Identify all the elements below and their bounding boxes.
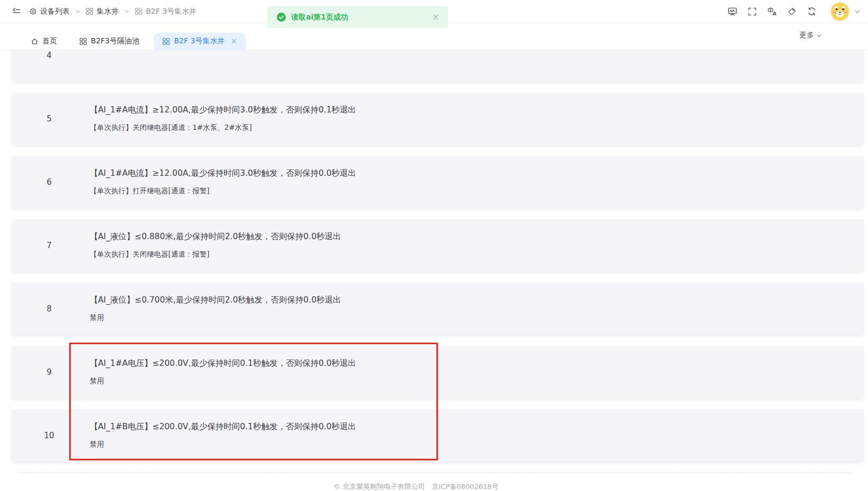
success-toast: 读取ai第1页成功 × — [267, 6, 448, 28]
breadcrumb-label: 设备列表 — [40, 7, 70, 16]
gear-icon — [29, 7, 37, 15]
page-footer: © 北京聚英翱翔电子有限公司 京ICP备08002618号 — [17, 473, 851, 491]
tab-home[interactable]: 首页 — [23, 33, 64, 50]
rule-number: 10 — [12, 409, 87, 462]
tab-label: B2F 3号集水井 — [174, 36, 225, 46]
breadcrumb-separator: > — [124, 8, 129, 15]
rule-row-4[interactable]: 4 【单次执行】打开继电器[通道：报警] — [12, 50, 864, 82]
translate-icon[interactable]: A — [767, 6, 777, 16]
rule-condition: 【AI_1#A电流】≥12.00A,最少保持时间3.0秒触发，否则保持0.0秒退… — [90, 165, 858, 182]
tag-icon[interactable] — [787, 7, 797, 16]
rules-list-panel: 4 【单次执行】打开继电器[通道：报警] 5 【AI_1#A电流】≥12.00A… — [0, 50, 868, 491]
user-avatar[interactable] — [830, 2, 850, 22]
rule-number: 9 — [12, 346, 87, 399]
appstore-grid-icon — [135, 7, 143, 15]
rule-number: 4 — [12, 50, 87, 82]
rule-condition: 【AI_1#A电流】≥12.00A,最少保持时间3.0秒触发，否则保持0.1秒退… — [90, 101, 858, 119]
breadcrumb-item-current-device[interactable]: B2F 3号集水井 — [135, 7, 197, 16]
rule-condition: 【AI_液位】≤0.880米,最少保持时间2.0秒触发，否则保持0.0秒退出 — [90, 228, 858, 246]
breadcrumb-item-sump-well[interactable]: 集水井 — [86, 7, 119, 16]
rule-action: 禁用 — [90, 372, 858, 390]
home-icon — [31, 37, 39, 45]
rule-number: 8 — [12, 282, 87, 335]
toast-message: 读取ai第1页成功 — [291, 13, 432, 22]
rule-action: 【单次执行】关闭继电器[通道：报警] — [90, 246, 858, 263]
rule-action: 【单次执行】关闭继电器[通道：1#水泵、2#水泵] — [90, 119, 858, 136]
tab-b2f3-sump-well-active[interactable]: B2F 3号集水井 × — [154, 33, 246, 50]
rule-row-9[interactable]: 9 【AI_1#A电压】≤200.0V,最少保持时间0.1秒触发，否则保持0.0… — [12, 346, 864, 399]
appstore-grid-icon — [86, 7, 94, 15]
rule-row-5[interactable]: 5 【AI_1#A电流】≥12.00A,最少保持时间3.0秒触发，否则保持0.1… — [12, 92, 864, 145]
tabs-more-button[interactable]: 更多 — [799, 31, 822, 40]
tab-b2f3-grease-trap[interactable]: B2F3号隔油池 — [72, 33, 146, 50]
rules-list: 4 【单次执行】打开继电器[通道：报警] 5 【AI_1#A电流】≥12.00A… — [12, 50, 864, 462]
fullscreen-icon[interactable] — [748, 7, 757, 16]
svg-text:A: A — [772, 11, 777, 16]
breadcrumb-separator: > — [75, 8, 80, 15]
tab-label: B2F3号隔油池 — [91, 36, 139, 46]
rule-condition: 【AI_1#A电压】≤200.0V,最少保持时间0.1秒触发，否则保持0.0秒退… — [90, 355, 858, 372]
breadcrumb-label: B2F 3号集水井 — [146, 7, 197, 16]
rule-row-7[interactable]: 7 【AI_液位】≤0.880米,最少保持时间2.0秒触发，否则保持0.0秒退出… — [12, 219, 864, 272]
breadcrumb-item-device-list[interactable]: 设备列表 — [29, 7, 70, 16]
rule-number: 5 — [12, 92, 87, 145]
app-page: { "header": { "breadcrumb": { "items": [… — [0, 0, 868, 491]
breadcrumb: 设备列表 > 集水井 > B2F 3号集水井 — [29, 7, 197, 16]
rule-number: 6 — [12, 156, 87, 209]
chevron-down-icon — [816, 33, 822, 39]
tab-label: 首页 — [42, 36, 57, 46]
rule-action: 禁用 — [90, 309, 858, 326]
rule-action: 禁用 — [90, 436, 858, 453]
rule-number: 7 — [12, 219, 87, 272]
refresh-icon[interactable] — [807, 6, 817, 16]
user-menu[interactable] — [830, 2, 861, 22]
rule-row-6[interactable]: 6 【AI_1#A电流】≥12.00A,最少保持时间3.0秒触发，否则保持0.0… — [12, 156, 864, 209]
sidebar-collapse-icon[interactable] — [12, 6, 22, 16]
appstore-grid-icon — [79, 37, 87, 45]
rule-condition: 【AI_1#B电压】≤200.0V,最少保持时间0.1秒触发，否则保持0.0秒退… — [90, 418, 858, 436]
rule-condition: 【AI_液位】≤0.700米,最少保持时间2.0秒触发，否则保持0.0秒退出 — [90, 291, 858, 309]
breadcrumb-label: 集水井 — [97, 7, 119, 16]
tabs-more-label: 更多 — [799, 31, 814, 40]
monitor-chart-icon[interactable] — [727, 6, 738, 16]
rule-row-10[interactable]: 10 【AI_1#B电压】≤200.0V,最少保持时间0.1秒触发，否则保持0.… — [12, 409, 864, 462]
success-check-icon — [277, 13, 286, 22]
tab-close-icon[interactable]: × — [230, 37, 237, 45]
chevron-down-icon — [854, 8, 861, 15]
appstore-grid-icon — [162, 37, 170, 45]
copyright-text: © 北京聚英翱翔电子有限公司 京ICP备08002618号 — [333, 482, 498, 491]
rule-action: 【单次执行】打开继电器[通道：报警] — [90, 182, 858, 200]
rule-row-8[interactable]: 8 【AI_液位】≤0.700米,最少保持时间2.0秒触发，否则保持0.0秒退出… — [12, 282, 864, 335]
toast-close-icon[interactable]: × — [432, 13, 440, 22]
rule-action: 【单次执行】打开继电器[通道：报警] — [90, 50, 858, 55]
